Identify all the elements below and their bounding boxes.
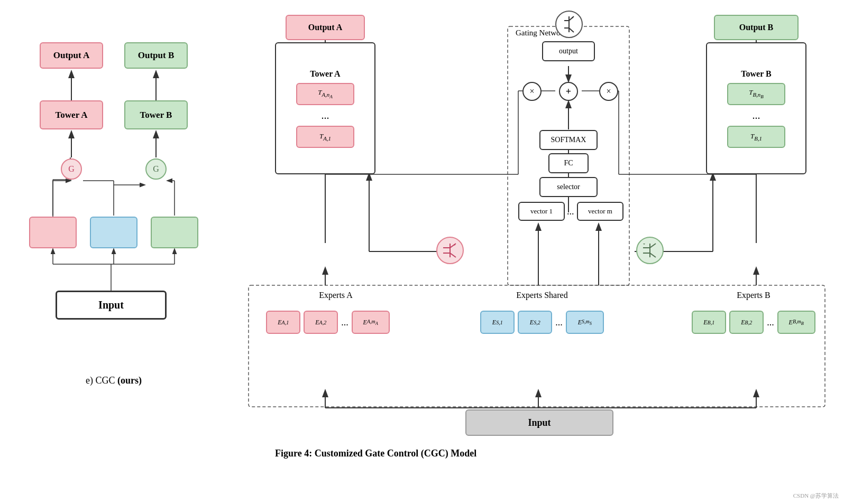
cgc-gate-b: G [145,158,167,180]
rd-tower-a: Tower A TA,nA ... TA,1 [275,42,375,174]
cgc-input: Input [56,291,167,320]
rd-tower-a-label: Tower A [310,69,340,79]
svg-line-63 [450,253,456,257]
svg-line-69 [650,253,656,257]
experts-b-cells: EB,1 EB,2 ... EB,mB [680,309,828,335]
selector-box: selector [539,177,598,197]
rd-tower-b-dots: ... [753,109,760,122]
cgc-output-b: Output B [124,42,188,69]
rd-tb-nb: TB,nB [727,83,785,105]
cgc-label: e) CGC (ours) [86,375,142,386]
experts-b-label: Experts B [693,291,814,300]
cgc-diagram: Output A Output B Tower A Tower B G G [24,42,204,370]
cgc-tower-b: Tower B [124,100,188,129]
rd-input: Input [465,409,613,436]
top-gate-transistor [555,11,583,38]
right-gate-transistor [636,237,664,264]
cgc-expert-blue [90,217,137,248]
left-gate-transistor [436,237,464,264]
right-panel: Output A Output B Tower A TA,nA ... TA,1 [233,11,828,493]
watermark: CSDN @苏学算法 [793,492,839,500]
vector1-box: vector 1 [518,202,565,221]
fc-box: FC [548,153,589,173]
times-circle-right: × [599,82,618,101]
rd-ta-na: TA,nA [296,83,354,105]
cgc-tower-a: Tower A [40,100,103,129]
gating-output-box: output [542,41,595,61]
rd-tb-1: TB,1 [727,126,785,148]
svg-marker-70 [643,244,645,245]
svg-line-68 [650,244,656,248]
rd-ta-1: TA,1 [296,126,354,148]
experts-shared-label: Experts Shared [481,291,603,300]
cgc-gate-a: G [61,158,82,180]
plus-circle: + [559,82,578,101]
experts-shared-cells: ES,1 ES,2 ... ES,mS [468,309,616,335]
left-panel: Output A Output B Tower A Tower B G G [16,11,212,493]
figure-caption: Figure 4: Customized Gate Control (CGC) … [233,448,828,459]
rd-tower-b: Tower B TB,nB ... TB,1 [706,42,806,174]
softmax-box: SOFTMAX [539,130,598,150]
cgc-output-a: Output A [40,42,103,69]
svg-line-75 [569,28,574,32]
svg-rect-21 [249,285,825,407]
vectorm-box: vector m [577,202,623,221]
rd-tower-a-dots: ... [322,109,329,122]
experts-a-cells: EA,1 EA,2 ... EA,mA [254,309,402,335]
rd-output-a: Output A [286,15,365,40]
rd-tower-b-label: Tower B [741,69,771,79]
times-circle-left: × [522,82,542,101]
right-diagram: Output A Output B Tower A TA,nA ... TA,1 [233,11,828,444]
vectors-dots: ... [567,206,574,217]
experts-a-label: Experts A [275,291,397,300]
cgc-expert-pink [29,217,77,248]
rd-output-b: Output B [714,15,799,40]
cgc-expert-green [151,217,198,248]
